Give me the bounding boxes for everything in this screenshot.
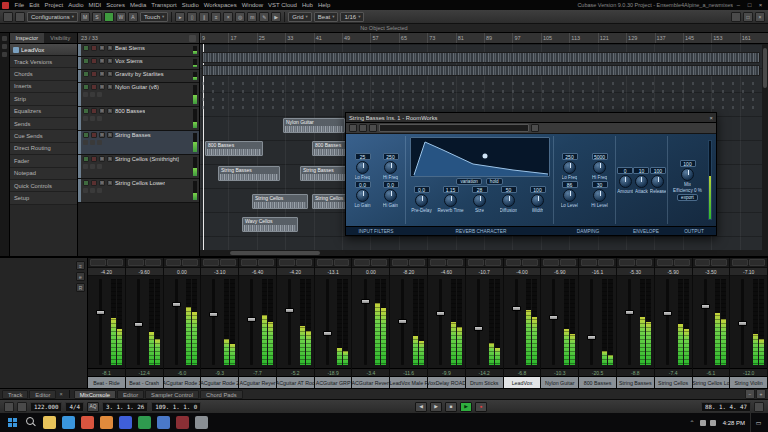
preset-menu-icon[interactable] <box>531 124 539 132</box>
selected-track-header[interactable]: LeadVox <box>10 44 77 56</box>
knob-dial[interactable] <box>384 189 397 202</box>
mixer-channel[interactable]: -9.60 -12.4 Beat - Crash <box>126 258 164 388</box>
read-automation-icon[interactable] <box>83 188 88 193</box>
notification-center-icon[interactable]: ▭ <box>750 413 766 432</box>
midi-event-lane[interactable] <box>202 90 760 93</box>
channel-name[interactable]: ACGuitar Revert <box>352 376 389 388</box>
solo-button[interactable]: S <box>107 156 113 162</box>
draw-tool-icon[interactable]: ✎ <box>259 12 269 22</box>
mixer-channel[interactable]: -3.10 -9.3 ACguitar Rode 2 <box>201 258 239 388</box>
taskbar-app-icon[interactable] <box>81 416 94 429</box>
write-automation-icon[interactable] <box>90 116 95 121</box>
send-slot[interactable] <box>334 259 350 266</box>
inspector-section[interactable]: Cue Sends <box>10 130 77 142</box>
inspector-section[interactable]: Quick Controls <box>10 180 77 192</box>
channel-rack[interactable] <box>617 258 654 268</box>
midi-event-lane[interactable] <box>202 106 760 109</box>
taskbar-app-icon[interactable] <box>43 416 56 429</box>
mixer-channel[interactable]: -4.60 -9.9 VoxDelay ROAD <box>428 258 466 388</box>
plugin-titlebar[interactable]: String Basses Ins. 1 - RoomWorks × <box>346 113 716 123</box>
channel-name[interactable]: ACguitar AT Roo <box>277 376 314 388</box>
knob-dial[interactable] <box>563 189 576 202</box>
mixer-channel[interactable]: -4.20 -8.1 Beat - Ride <box>88 258 126 388</box>
timeline-ruler[interactable]: 9 17 25 33 41 49 57 65 73 81 <box>200 33 768 44</box>
send-slot[interactable] <box>258 259 274 266</box>
mixer-channel[interactable]: -13.1 -18.9 ACGuitar GRP <box>315 258 353 388</box>
setup-toolbar-icon[interactable] <box>15 12 25 22</box>
insert-slot[interactable] <box>166 259 182 266</box>
zone-tab[interactable]: Track <box>2 390 28 399</box>
plugin-button[interactable]: variation <box>456 178 481 185</box>
taskbar-app-icon[interactable] <box>195 416 208 429</box>
knob-dial[interactable] <box>593 161 606 174</box>
read-automation-icon[interactable] <box>83 140 88 145</box>
channel-fader[interactable] <box>474 326 483 331</box>
plugin-knob[interactable]: 0.0 Hi Gain <box>377 181 404 208</box>
audio-clip[interactable]: Nylon Guitar <box>283 118 345 133</box>
monitor-button[interactable] <box>83 156 89 162</box>
channel-fader[interactable] <box>398 319 407 324</box>
metronome-icon[interactable] <box>4 402 14 412</box>
plugin-knob[interactable]: 0.0 Pre-Delay <box>408 186 435 213</box>
send-slot[interactable] <box>107 259 123 266</box>
send-slot[interactable] <box>409 259 425 266</box>
inspector-section[interactable]: Chords <box>10 68 77 80</box>
primary-time-display[interactable]: 3. 1. 1. 26 <box>102 402 148 412</box>
select-tool-icon[interactable]: ▸ <box>175 12 185 22</box>
channel-fader[interactable] <box>625 310 634 315</box>
lock-icon[interactable] <box>97 140 102 145</box>
menu-item[interactable]: MIDI <box>86 2 104 8</box>
automation-mode-dropdown[interactable]: Touch▾ <box>140 12 168 22</box>
knob-dial[interactable] <box>593 189 606 202</box>
insert-slot[interactable] <box>657 259 673 266</box>
mixer-channel[interactable]: -10.7 -14.2 Drum Sticks <box>466 258 504 388</box>
plugin-knob[interactable]: 250 Hi Freq <box>377 153 404 180</box>
channel-name[interactable]: VoxDelay ROAD <box>428 376 465 388</box>
knob-dial[interactable] <box>473 194 486 207</box>
mixer-zone-button[interactable]: R <box>76 283 85 292</box>
record-arm-button[interactable] <box>91 180 97 186</box>
read-automation-icon[interactable] <box>359 124 367 132</box>
mixer-zone-button[interactable]: ≡ <box>76 261 85 270</box>
send-slot[interactable] <box>371 259 387 266</box>
channel-fader[interactable] <box>549 315 558 320</box>
inspector-section[interactable]: Direct Routing <box>10 143 77 155</box>
plugin-knob[interactable]: 10 Attack <box>633 167 649 194</box>
glue-tool-icon[interactable]: ≡ <box>211 12 221 22</box>
mixer-channel[interactable]: -6.40 -7.7 ACguitar Reyer <box>239 258 277 388</box>
channel-rack[interactable] <box>352 258 389 268</box>
insert-slot[interactable] <box>354 259 370 266</box>
write-automation-icon[interactable] <box>90 92 95 97</box>
track-row[interactable]: M S 800 Basses <box>78 107 199 131</box>
write-automation-icon[interactable] <box>90 164 95 169</box>
channel-name[interactable]: LeadVox <box>504 376 541 388</box>
plugin-knob[interactable]: 1.15 Reverb Time <box>437 186 464 213</box>
channel-name[interactable]: Beat - Crash <box>126 376 163 388</box>
zone-toggle-icon[interactable] <box>2 36 7 41</box>
channel-fader[interactable] <box>663 311 672 316</box>
track-row[interactable]: M S Vox Stems <box>78 57 199 70</box>
mixer-channel[interactable]: -3.50 -6.1 String Cellos Lo <box>693 258 731 388</box>
send-slot[interactable] <box>711 259 727 266</box>
close-icon[interactable]: × <box>57 391 64 397</box>
solo-button[interactable]: S <box>107 180 113 186</box>
mixer-channel[interactable]: -7.10 -12.0 String Violin <box>730 258 768 388</box>
record-arm-button[interactable] <box>91 108 97 114</box>
channel-rack[interactable] <box>239 258 276 268</box>
volume-icon[interactable] <box>710 420 716 426</box>
menu-item[interactable]: Project <box>42 2 66 8</box>
plugin-knob[interactable]: 5000 Hi Freq <box>585 153 614 180</box>
channel-fader[interactable] <box>96 310 105 315</box>
insert-slot[interactable] <box>392 259 408 266</box>
channel-fader[interactable] <box>512 306 521 311</box>
knob-dial[interactable] <box>635 175 648 188</box>
inspector-section[interactable]: Inserts <box>10 81 77 93</box>
channel-rack[interactable] <box>504 258 541 268</box>
inspector-section[interactable]: Setup <box>10 192 77 204</box>
channel-rack[interactable] <box>390 258 427 268</box>
mixer-channel[interactable]: -6.90 -10.3 Nylon Guitar <box>541 258 579 388</box>
channel-fader[interactable] <box>209 312 218 317</box>
insert-slot[interactable] <box>695 259 711 266</box>
rewind-button[interactable]: ◀ <box>415 402 427 412</box>
lock-icon[interactable] <box>97 188 102 193</box>
